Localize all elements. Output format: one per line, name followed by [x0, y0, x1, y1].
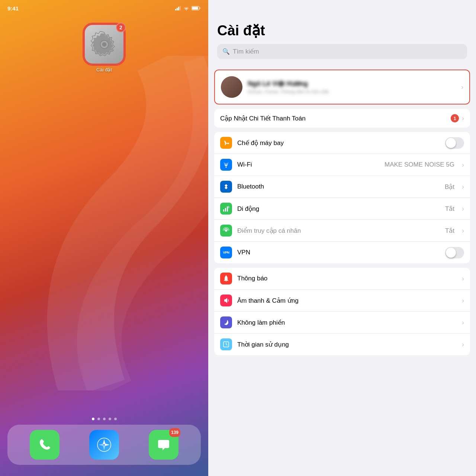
search-placeholder: Tìm kiếm: [233, 48, 259, 55]
screentime-chevron: ›: [462, 341, 464, 348]
airplane-label: Chế độ máy bay: [237, 139, 440, 147]
battery-icon: [192, 6, 201, 10]
dnd-label: Không làm phiền: [237, 319, 457, 327]
page-dot-2: [97, 418, 100, 420]
connectivity-section: Chế độ máy bay Wi-Fi MAKE SOME NOISE 5G: [214, 132, 470, 263]
bluetooth-svg: [222, 183, 230, 190]
phone-app-icon[interactable]: [30, 430, 60, 460]
airplane-toggle-thumb: [446, 138, 456, 148]
page-dot-3: [103, 418, 106, 420]
airplane-icon: [220, 137, 232, 149]
wifi-label: Wi-Fi: [237, 161, 379, 168]
svg-rect-1: [177, 8, 178, 10]
status-icons: [175, 6, 201, 10]
wifi-value: MAKE SOME NOISE 5G: [385, 161, 454, 168]
app-grid: 2 Cài đặt: [0, 16, 208, 413]
hotspot-chevron: ›: [462, 227, 464, 235]
settings-badge: 2: [116, 23, 126, 32]
messages-badge: 139: [169, 428, 180, 437]
safari-app-icon[interactable]: [89, 430, 119, 460]
home-screen: 9:41: [0, 0, 208, 476]
payment-right: 1 ›: [451, 114, 464, 122]
vpn-row[interactable]: VPN VPN: [214, 241, 470, 263]
sound-label: Âm thanh & Cảm ứng: [237, 297, 457, 305]
notifications-icon: [220, 273, 232, 284]
wifi-icon: [220, 159, 232, 171]
hotspot-icon: [220, 225, 232, 237]
dnd-chevron: ›: [462, 319, 464, 327]
profile-section[interactable]: Ngô Lê Việt Hương iCloud, iTunes, Phòng …: [214, 70, 470, 104]
svg-rect-7: [192, 7, 198, 10]
svg-point-4: [186, 10, 187, 10]
profile-row[interactable]: Ngô Lê Việt Hương iCloud, iTunes, Phòng …: [215, 70, 469, 104]
dock: 139: [7, 425, 201, 465]
cellular-row[interactable]: Di động Tắt ›: [214, 197, 470, 219]
svg-rect-21: [225, 208, 226, 212]
screentime-row[interactable]: Thời gian sử dụng ›: [214, 333, 470, 355]
sound-icon: [220, 295, 232, 306]
profile-name: Ngô Lê Việt Hương: [248, 80, 456, 88]
status-time: 9:41: [7, 5, 19, 12]
hotspot-row[interactable]: Điểm truy cập cá nhân Tắt ›: [214, 219, 470, 241]
settings-app-icon[interactable]: 2 Cài đặt: [11, 24, 197, 73]
wifi-svg: [222, 161, 230, 168]
settings-title: Cài đặt: [217, 22, 467, 39]
settings-app-label: Cài đặt: [96, 67, 112, 73]
payment-chevron: ›: [462, 115, 464, 122]
settings-content: Ngô Lê Việt Hương iCloud, iTunes, Phòng …: [208, 65, 476, 476]
vpn-label: VPN: [237, 249, 440, 256]
hotspot-svg: [222, 227, 230, 234]
profile-subtitle: iCloud, iTunes, Phòng đơn & hơn nữa: [248, 89, 456, 94]
vpn-text: VPN: [223, 251, 229, 254]
cellular-chevron: ›: [462, 205, 464, 213]
notifications-section: Thông báo › Âm thanh & Cảm ứng ›: [214, 268, 470, 355]
bluetooth-icon: [220, 181, 232, 193]
settings-icon-container[interactable]: 2: [84, 24, 125, 65]
signal-icon: [175, 6, 181, 10]
notifications-label: Thông báo: [237, 275, 457, 282]
bell-svg: [222, 275, 230, 282]
dnd-row[interactable]: Không làm phiền ›: [214, 311, 470, 333]
svg-point-19: [226, 167, 227, 168]
search-icon: 🔍: [222, 48, 230, 55]
hotspot-value: Tắt: [445, 227, 454, 235]
cellular-icon: [220, 203, 232, 215]
safari-icon-svg: [96, 436, 113, 453]
wifi-row[interactable]: Wi-Fi MAKE SOME NOISE 5G ›: [214, 154, 470, 176]
gear-icon: [90, 30, 118, 58]
cellular-label: Di động: [237, 205, 440, 213]
svg-rect-3: [180, 6, 181, 10]
sound-chevron: ›: [462, 297, 464, 305]
payment-section[interactable]: Cập Nhật Chi Tiết Thanh Toán 1 ›: [214, 109, 470, 128]
page-dot-1: [92, 418, 94, 420]
svg-point-23: [225, 229, 227, 232]
avatar-image: [221, 76, 242, 98]
airplane-mode-row[interactable]: Chế độ máy bay: [214, 132, 470, 154]
airplane-toggle[interactable]: [445, 137, 464, 149]
svg-rect-2: [178, 7, 179, 10]
screentime-label: Thời gian sử dụng: [237, 341, 457, 348]
payment-row[interactable]: Cập Nhật Chi Tiết Thanh Toán 1 ›: [214, 109, 470, 128]
sound-svg: [222, 297, 230, 304]
wifi-chevron: ›: [462, 161, 464, 169]
svg-rect-22: [227, 206, 228, 212]
hotspot-label: Điểm truy cập cá nhân: [237, 227, 440, 235]
bluetooth-row[interactable]: Bluetooth Bật ›: [214, 176, 470, 197]
settings-header: Cài đặt 🔍 Tìm kiếm: [208, 0, 476, 65]
payment-badge: 1: [451, 114, 459, 122]
search-bar[interactable]: 🔍 Tìm kiếm: [217, 44, 467, 59]
screentime-icon: [220, 338, 232, 350]
wifi-status-icon: [183, 6, 189, 10]
svg-rect-20: [223, 209, 224, 212]
cellular-svg: [222, 205, 230, 212]
dnd-icon: [220, 316, 232, 328]
svg-rect-6: [200, 7, 200, 9]
notifications-row[interactable]: Thông báo ›: [214, 268, 470, 289]
messages-app-icon[interactable]: 139: [149, 430, 178, 460]
airplane-svg: [222, 139, 230, 147]
profile-info: Ngô Lê Việt Hương iCloud, iTunes, Phòng …: [248, 80, 456, 94]
vpn-toggle[interactable]: [445, 247, 464, 258]
sound-row[interactable]: Âm thanh & Cảm ứng ›: [214, 289, 470, 311]
vpn-icon: VPN: [220, 247, 232, 258]
svg-rect-0: [175, 9, 176, 10]
